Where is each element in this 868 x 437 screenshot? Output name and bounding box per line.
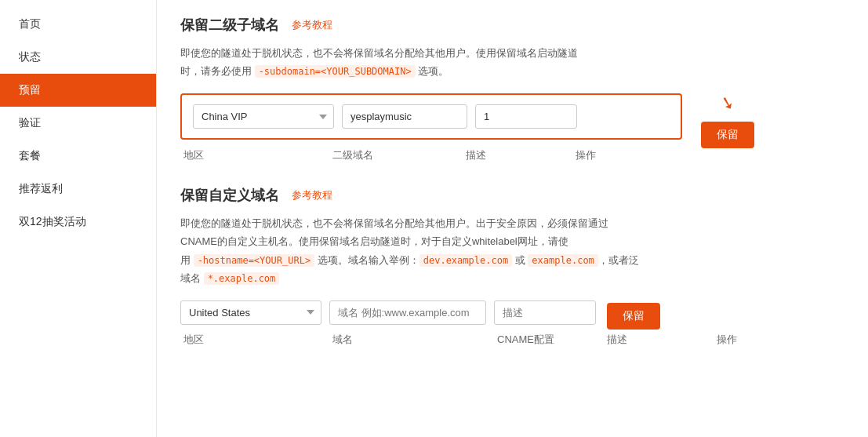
section-custom-domain: 保留自定义域名 参考教程 即使您的隧道处于脱机状态，也不会将保留域名分配给其他用… bbox=[180, 186, 844, 347]
section1-col-labels: 地区 二级域名 描述 操作 bbox=[180, 148, 844, 162]
sidebar-item-referral[interactable]: 推荐返利 bbox=[0, 173, 156, 206]
section1-code: -subdomain=<YOUR_SUBDOMAIN> bbox=[255, 65, 416, 78]
section1-subdomain-input[interactable] bbox=[342, 104, 467, 129]
section2-title: 保留自定义域名 bbox=[180, 186, 279, 205]
section1-col-desc: 描述 bbox=[466, 148, 568, 162]
section1-title: 保留二级子域名 bbox=[180, 16, 279, 35]
section2-input-group: United States China VIP China Japan Sing… bbox=[180, 300, 596, 325]
section1-desc: 即使您的隧道处于脱机状态，也不会将保留域名分配给其他用户。使用保留域名启动隧道时… bbox=[180, 44, 844, 81]
section1-form-outer: China VIP China United States Japan Sing… bbox=[180, 93, 844, 148]
section2-form-row: United States China VIP China Japan Sing… bbox=[180, 300, 844, 347]
sidebar-item-plan[interactable]: 套餐 bbox=[0, 140, 156, 173]
section2-region-select[interactable]: United States China VIP China Japan Sing… bbox=[180, 300, 321, 325]
sidebar-item-reserve[interactable]: 预留 bbox=[0, 74, 156, 107]
section2-code1: -hostname=<YOUR_URL> bbox=[194, 254, 315, 267]
arrow-down-icon: ➘ bbox=[718, 92, 737, 115]
section2-code4: *.exaple.com bbox=[204, 272, 280, 285]
section2-domain-input[interactable] bbox=[329, 300, 486, 325]
sidebar-item-home[interactable]: 首页 bbox=[0, 8, 156, 41]
section1-desc-input[interactable] bbox=[475, 104, 577, 129]
section1-input-group: China VIP China United States Japan Sing… bbox=[180, 93, 682, 140]
section2-form-content: United States China VIP China Japan Sing… bbox=[180, 300, 844, 347]
section1-col-region: 地区 bbox=[183, 148, 325, 162]
section1-right-action: ➘ 保留 bbox=[701, 93, 754, 148]
section2-save-button[interactable]: 保留 bbox=[607, 303, 660, 330]
section1-save-button[interactable]: 保留 bbox=[701, 122, 754, 148]
section1-col-subdomain: 二级域名 bbox=[332, 148, 458, 162]
section1-form-content: China VIP China United States Japan Sing… bbox=[180, 93, 844, 162]
section1-desc-text2: 选项。 bbox=[416, 65, 449, 77]
section2-col-action: 操作 bbox=[717, 333, 764, 347]
section-subdomain: 保留二级子域名 参考教程 即使您的隧道处于脱机状态，也不会将保留域名分配给其他用… bbox=[180, 16, 844, 162]
section2-desc-or: 或 bbox=[512, 254, 528, 266]
sidebar: 首页 状态 预留 验证 套餐 推荐返利 双12抽奖活动 bbox=[0, 0, 157, 437]
section1-form-row: China VIP China United States Japan Sing… bbox=[180, 93, 844, 162]
section2-desc-input[interactable] bbox=[494, 300, 596, 325]
section1-ref-link[interactable]: 参考教程 bbox=[292, 18, 332, 32]
section2-desc-text2: 选项。域名输入举例： bbox=[314, 254, 419, 266]
section2-code2: dev.example.com bbox=[419, 254, 512, 267]
sidebar-item-status[interactable]: 状态 bbox=[0, 41, 156, 74]
section1-col-action: 操作 bbox=[576, 148, 623, 162]
sidebar-item-verify[interactable]: 验证 bbox=[0, 107, 156, 140]
section2-form-outer: United States China VIP China Japan Sing… bbox=[180, 300, 844, 333]
section2-header: 保留自定义域名 参考教程 bbox=[180, 186, 844, 205]
section2-col-domain: 域名 bbox=[332, 333, 489, 347]
section2-col-labels: 地区 域名 CNAME配置 描述 操作 bbox=[180, 333, 844, 347]
section2-col-cname: CNAME配置 bbox=[497, 333, 599, 347]
main-content: 保留二级子域名 参考教程 即使您的隧道处于脱机状态，也不会将保留域名分配给其他用… bbox=[157, 0, 868, 437]
section2-ref-link[interactable]: 参考教程 bbox=[292, 188, 332, 202]
section2-desc: 即使您的隧道处于脱机状态，也不会将保留域名分配给其他用户。出于安全原因，必须保留… bbox=[180, 214, 844, 288]
sidebar-item-lottery[interactable]: 双12抽奖活动 bbox=[0, 206, 156, 239]
section2-col-desc: 描述 bbox=[607, 333, 709, 347]
section1-region-select[interactable]: China VIP China United States Japan Sing… bbox=[193, 104, 334, 129]
section2-code3: example.com bbox=[528, 254, 597, 267]
section1-header: 保留二级子域名 参考教程 bbox=[180, 16, 844, 35]
section2-col-region: 地区 bbox=[183, 333, 325, 347]
